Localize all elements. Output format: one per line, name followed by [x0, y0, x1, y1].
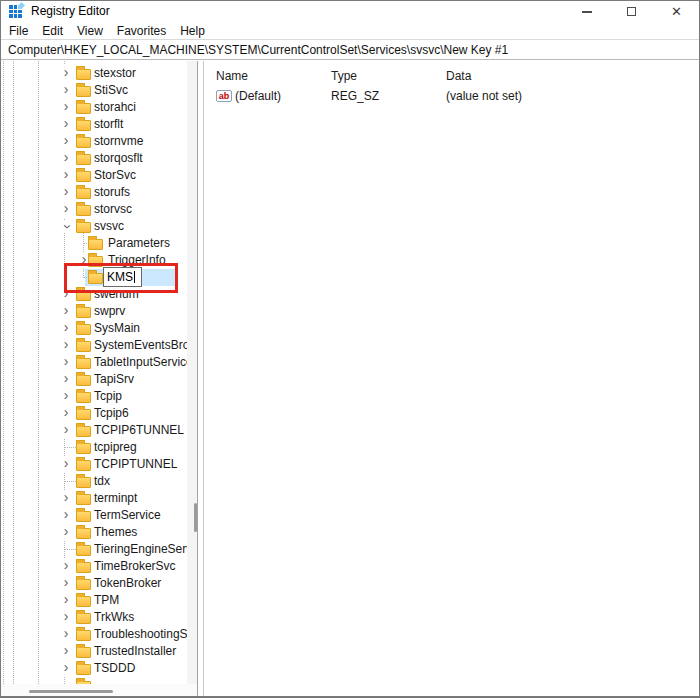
tree-item-label: StiSvc — [94, 82, 128, 99]
folder-icon — [76, 69, 91, 80]
chevron-right-icon[interactable]: › — [60, 150, 72, 167]
folder-icon — [76, 664, 91, 675]
tree-item-TabletInputService[interactable]: ›TabletInputService — [1, 354, 187, 371]
menu-edit[interactable]: Edit — [35, 24, 70, 38]
tree-item-label: TermService — [94, 507, 161, 524]
chevron-right-icon[interactable]: › — [60, 82, 72, 99]
column-header-data[interactable]: Data — [446, 69, 471, 83]
tree-item-TrkWks[interactable]: ›TrkWks — [1, 609, 187, 626]
tree-item-stornvme[interactable]: ›stornvme — [1, 133, 187, 150]
value-row-Default[interactable]: ab(Default)REG_SZ(value not set) — [204, 88, 699, 105]
tree-item-TCPIPTUNNEL[interactable]: ›TCPIPTUNNEL — [1, 456, 187, 473]
tree-item-svsvc[interactable]: ›svsvc — [1, 218, 187, 235]
tree-item-TCPIP6TUNNEL[interactable]: ›TCPIP6TUNNEL — [1, 422, 187, 439]
menu-view[interactable]: View — [70, 24, 110, 38]
tree-item-TieringEngineService[interactable]: TieringEngineService — [1, 541, 187, 558]
column-header-name[interactable]: Name — [216, 69, 248, 83]
maximize-button[interactable] — [609, 1, 654, 22]
tree-item-swprv[interactable]: ›swprv — [1, 303, 187, 320]
tree-item-TPM[interactable]: ›TPM — [1, 592, 187, 609]
tree-item-tdx[interactable]: tdx — [1, 473, 187, 490]
tree-item-TrustedInstaller[interactable]: ›TrustedInstaller — [1, 643, 187, 660]
tree-item-storflt[interactable]: ›storflt — [1, 116, 187, 133]
folder-icon — [76, 511, 91, 522]
folder-icon — [76, 137, 91, 148]
tree-item-label: TCPIPTUNNEL — [94, 456, 177, 473]
tree-item-TermService[interactable]: ›TermService — [1, 507, 187, 524]
minimize-button[interactable] — [564, 1, 609, 22]
tree-item-label: tcpipreg — [94, 439, 137, 456]
menu-favorites[interactable]: Favorites — [110, 24, 173, 38]
tree-item-StiSvc[interactable]: ›StiSvc — [1, 82, 187, 99]
chevron-right-icon[interactable]: › — [60, 524, 72, 541]
chevron-right-icon[interactable]: › — [60, 490, 72, 507]
tree-item-stexstor[interactable]: ›stexstor — [1, 65, 187, 82]
chevron-right-icon[interactable]: › — [60, 660, 72, 677]
chevron-right-icon[interactable]: › — [60, 65, 72, 82]
main-area: ›stexstor›StiSvc›storahci›storflt›stornv… — [1, 61, 699, 696]
chevron-right-icon[interactable]: › — [60, 337, 72, 354]
tree-item-label: SysMain — [94, 320, 140, 337]
chevron-right-icon[interactable]: › — [60, 592, 72, 609]
tree-vertical-scrollbar-thumb[interactable] — [194, 503, 197, 532]
tree-item-storufs[interactable]: ›storufs — [1, 184, 187, 201]
chevron-right-icon[interactable]: › — [60, 354, 72, 371]
chevron-right-icon[interactable]: › — [60, 405, 72, 422]
tree-item-Themes[interactable]: ›Themes — [1, 524, 187, 541]
folder-icon — [88, 239, 103, 250]
tree-item-Tcpip6[interactable]: ›Tcpip6 — [1, 405, 187, 422]
tree-item-TSDDD[interactable]: ›TSDDD — [1, 660, 187, 677]
chevron-down-icon[interactable]: › — [58, 221, 75, 233]
tree-item-tcpipreg[interactable]: tcpipreg — [1, 439, 187, 456]
folder-icon — [76, 86, 91, 97]
tree-item-partial[interactable] — [1, 677, 187, 684]
tree-item-StorSvc[interactable]: ›StorSvc — [1, 167, 187, 184]
chevron-right-icon[interactable]: › — [60, 116, 72, 133]
chevron-right-icon[interactable]: › — [60, 167, 72, 184]
column-header-type[interactable]: Type — [331, 69, 357, 83]
close-button[interactable]: ✕ — [654, 1, 699, 22]
reg-sz-icon: ab — [216, 90, 232, 102]
tree-item-TokenBroker[interactable]: ›TokenBroker — [1, 575, 187, 592]
chevron-right-icon[interactable]: › — [60, 201, 72, 218]
chevron-right-icon[interactable]: › — [60, 388, 72, 405]
tree-item-terminpt[interactable]: ›terminpt — [1, 490, 187, 507]
tree-item-SysMain[interactable]: ›SysMain — [1, 320, 187, 337]
tree-item-TroubleshootingSvc[interactable]: ›TroubleshootingSvc — [1, 626, 187, 643]
tree-item-label: TCPIP6TUNNEL — [94, 422, 184, 439]
menu-help[interactable]: Help — [173, 24, 212, 38]
tree-item-label: tdx — [94, 473, 110, 490]
chevron-right-icon[interactable]: › — [60, 99, 72, 116]
chevron-right-icon[interactable]: › — [60, 507, 72, 524]
tree-item-Tcpip[interactable]: ›Tcpip — [1, 388, 187, 405]
tree-item-label: TapiSrv — [94, 371, 134, 388]
tree-item-Parameters[interactable]: Parameters — [1, 235, 187, 252]
chevron-right-icon[interactable]: › — [60, 643, 72, 660]
tree-horizontal-scrollbar-thumb[interactable] — [29, 690, 113, 693]
chevron-right-icon[interactable]: › — [60, 320, 72, 337]
registry-editor-window: Registry Editor ✕ FileEditViewFavoritesH… — [0, 0, 700, 698]
chevron-right-icon[interactable]: › — [60, 422, 72, 439]
chevron-right-icon[interactable]: › — [60, 133, 72, 150]
chevron-right-icon[interactable]: › — [60, 626, 72, 643]
address-bar[interactable]: Computer\HKEY_LOCAL_MACHINE\SYSTEM\Curre… — [1, 41, 699, 60]
tree-item-storvsc[interactable]: ›storvsc — [1, 201, 187, 218]
menu-file[interactable]: File — [2, 24, 35, 38]
window-controls: ✕ — [564, 1, 699, 22]
tree-item-storahci[interactable]: ›storahci — [1, 99, 187, 116]
chevron-right-icon[interactable]: › — [60, 456, 72, 473]
chevron-right-icon[interactable]: › — [60, 184, 72, 201]
chevron-right-icon[interactable]: › — [60, 371, 72, 388]
tree-item-SystemEventsBroker[interactable]: ›SystemEventsBroker — [1, 337, 187, 354]
chevron-right-icon[interactable]: › — [60, 303, 72, 320]
folder-icon — [76, 494, 91, 505]
folder-icon — [76, 409, 91, 420]
chevron-right-icon[interactable]: › — [60, 575, 72, 592]
tree-item-TapiSrv[interactable]: ›TapiSrv — [1, 371, 187, 388]
chevron-right-icon[interactable]: › — [60, 558, 72, 575]
tree-item-label: TieringEngineService — [94, 541, 187, 558]
chevron-right-icon[interactable]: › — [60, 609, 72, 626]
tree-vertical-scrollbar[interactable] — [187, 61, 197, 684]
tree-item-storqosflt[interactable]: ›storqosflt — [1, 150, 187, 167]
tree-item-TimeBrokerSvc[interactable]: ›TimeBrokerSvc — [1, 558, 187, 575]
